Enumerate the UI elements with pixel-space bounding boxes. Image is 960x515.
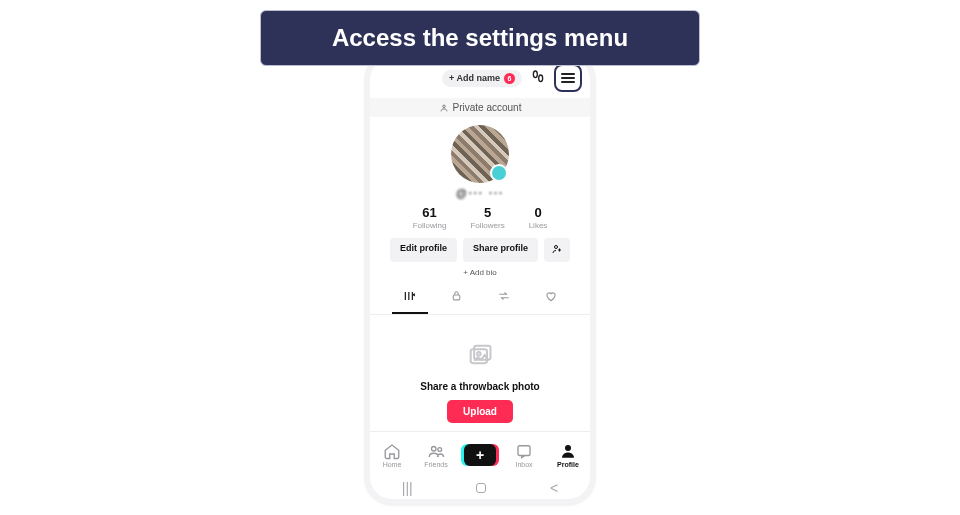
stat-followers-label: Followers (470, 221, 504, 230)
nav-friends[interactable]: Friends (414, 432, 458, 477)
stat-followers[interactable]: 5 Followers (470, 205, 504, 230)
edit-profile-button[interactable]: Edit profile (390, 238, 457, 262)
nav-home-label: Home (383, 461, 402, 468)
upload-button[interactable]: Upload (447, 400, 513, 423)
share-profile-button[interactable]: Share profile (463, 238, 538, 262)
svg-point-2 (442, 105, 445, 108)
inbox-icon (515, 442, 533, 460)
recents-button[interactable]: ||| (402, 480, 413, 496)
profile-icon (559, 442, 577, 460)
svg-point-1 (539, 75, 543, 82)
svg-point-0 (533, 71, 537, 78)
home-button[interactable] (476, 483, 486, 493)
add-friend-icon (551, 243, 563, 255)
instruction-banner: Access the settings menu (260, 10, 700, 66)
svg-rect-10 (518, 445, 530, 455)
empty-state-title: Share a throwback photo (420, 381, 539, 392)
add-name-label: + Add name (449, 73, 500, 83)
tab-reposts[interactable] (486, 289, 522, 314)
hamburger-icon (561, 73, 575, 83)
nav-inbox-label: Inbox (515, 461, 532, 468)
friends-icon (427, 442, 445, 460)
add-friend-button[interactable] (544, 238, 570, 262)
hamburger-menu-button[interactable] (554, 64, 582, 92)
username: @··· ··· (370, 187, 590, 199)
nav-inbox[interactable]: Inbox (502, 432, 546, 477)
heart-icon (544, 289, 558, 303)
stat-likes[interactable]: 0 Likes (529, 205, 548, 230)
bottom-nav: Home Friends + Inbox Profile (370, 431, 590, 477)
svg-point-3 (555, 246, 558, 249)
phone-frame: + Add name 6 Private account @··· ··· (364, 52, 596, 505)
repost-icon (497, 289, 511, 303)
stat-followers-value: 5 (470, 205, 504, 220)
nav-home[interactable]: Home (370, 432, 414, 477)
stat-following-label: Following (413, 221, 447, 230)
empty-state: Share a throwback photo Upload (370, 315, 590, 431)
home-icon (383, 442, 401, 460)
nav-profile[interactable]: Profile (546, 432, 590, 477)
nav-friends-label: Friends (424, 461, 447, 468)
instruction-text: Access the settings menu (332, 24, 628, 52)
avatar-container (370, 125, 590, 183)
private-account-banner[interactable]: Private account (370, 98, 590, 117)
add-bio-button[interactable]: + Add bio (370, 268, 590, 277)
tab-private[interactable] (439, 289, 475, 314)
tab-liked[interactable] (533, 289, 569, 314)
feed-icon (403, 289, 417, 303)
nav-create[interactable]: + (458, 432, 502, 477)
nav-profile-label: Profile (557, 461, 579, 468)
svg-point-9 (438, 447, 442, 451)
stat-following-value: 61 (413, 205, 447, 220)
profile-buttons: Edit profile Share profile (370, 238, 590, 262)
private-account-label: Private account (453, 102, 522, 113)
person-icon (439, 103, 449, 113)
stat-following[interactable]: 61 Following (413, 205, 447, 230)
add-name-badge: 6 (504, 73, 515, 84)
avatar[interactable] (451, 125, 509, 183)
stat-likes-value: 0 (529, 205, 548, 220)
svg-point-8 (432, 446, 437, 451)
create-button: + (464, 444, 496, 466)
svg-point-7 (477, 352, 481, 356)
system-nav: ||| < (370, 477, 590, 499)
svg-point-11 (565, 445, 571, 451)
add-name-chip[interactable]: + Add name 6 (442, 70, 522, 87)
tab-feed[interactable] (392, 289, 428, 314)
screen: + Add name 6 Private account @··· ··· (370, 58, 590, 499)
svg-rect-4 (453, 295, 460, 300)
lock-icon (450, 289, 463, 302)
content-tabs (370, 289, 590, 314)
photos-icon (466, 341, 494, 373)
footprints-icon[interactable] (530, 69, 546, 88)
stat-likes-label: Likes (529, 221, 548, 230)
stats-row: 61 Following 5 Followers 0 Likes (370, 205, 590, 230)
plus-icon: + (476, 447, 484, 463)
back-button[interactable]: < (550, 480, 558, 496)
